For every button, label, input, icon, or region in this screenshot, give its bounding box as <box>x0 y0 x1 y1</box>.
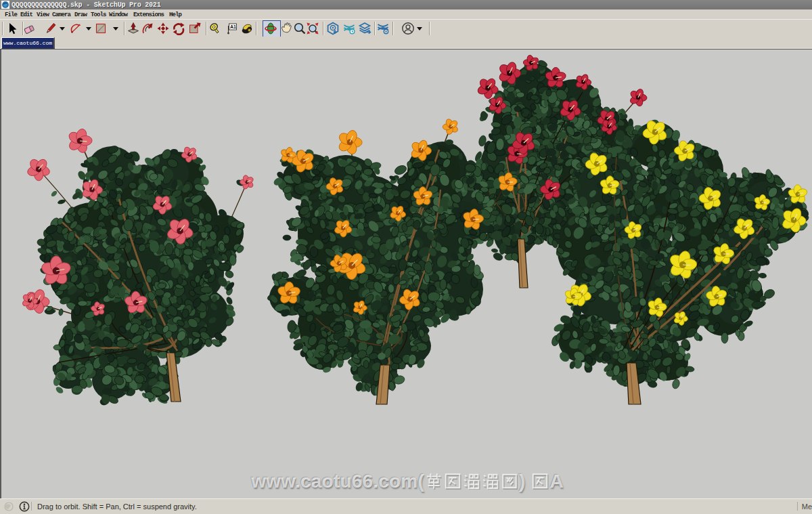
svg-text:A1: A1 <box>230 24 236 29</box>
